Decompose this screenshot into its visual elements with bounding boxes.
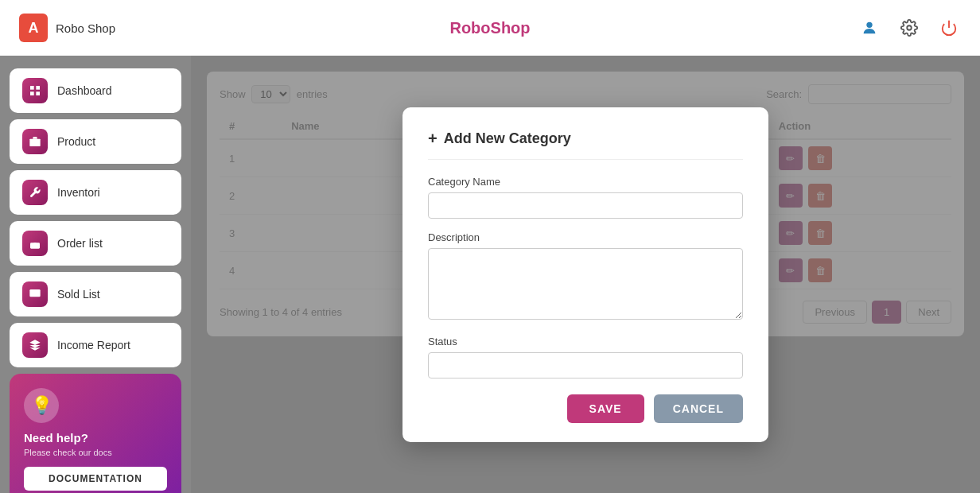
sidebar: Dashboard Product Inventori Order list S… (0, 56, 191, 493)
svg-rect-7 (29, 139, 40, 146)
sidebar-item-label: Order list (57, 237, 103, 250)
help-box: 💡 Need help? Please check our docs DOCUM… (10, 374, 181, 493)
power-icon[interactable] (937, 16, 961, 40)
sidebar-item-label: Dashboard (57, 84, 112, 97)
sidebar-item-inventory[interactable]: Inventori (10, 170, 181, 215)
sidebar-item-label: Product (57, 135, 95, 148)
svg-point-1 (907, 25, 912, 30)
header: A Robo Shop RoboShop (0, 0, 980, 56)
modal-title: + Add New Category (428, 130, 743, 160)
brand-title: RoboShop (449, 19, 530, 37)
description-group: Description (428, 231, 743, 323)
logo-icon: A (19, 14, 48, 42)
user-icon[interactable] (858, 16, 881, 40)
help-subtitle: Please check our docs (24, 448, 167, 457)
status-group: Status Active (428, 336, 743, 378)
category-name-label: Category Name (428, 176, 743, 188)
sidebar-item-dashboard[interactable]: Dashboard (10, 68, 181, 113)
cancel-button[interactable]: CANCEL (654, 394, 743, 423)
svg-rect-5 (30, 91, 34, 95)
sidebar-item-product[interactable]: Product (10, 119, 181, 164)
main-content: Show 10 entries Search: # Name Descripti… (191, 56, 980, 493)
category-name-input[interactable] (428, 192, 743, 219)
status-input[interactable]: Active (428, 352, 743, 378)
modal-actions: SAVE CANCEL (428, 394, 743, 423)
help-icon: 💡 (24, 388, 59, 423)
product-icon (22, 129, 48, 154)
modal-overlay: + Add New Category Category Name Descrip… (191, 56, 980, 493)
description-label: Description (428, 231, 743, 243)
status-label: Status (428, 336, 743, 347)
sidebar-item-label: Sold List (57, 288, 100, 301)
inventory-icon (22, 180, 48, 205)
gear-icon[interactable] (897, 16, 921, 40)
app-name: Robo Shop (56, 21, 115, 35)
dashboard-icon (22, 78, 48, 103)
documentation-button[interactable]: DOCUMENTATION (24, 467, 167, 491)
help-title: Need help? (24, 431, 167, 444)
modal-title-text: Add New Category (444, 130, 571, 147)
svg-rect-4 (36, 86, 40, 90)
category-name-group: Category Name (428, 176, 743, 219)
order-list-icon (22, 231, 48, 256)
sidebar-item-income-report[interactable]: Income Report (10, 323, 181, 367)
modal-title-plus: + (428, 130, 438, 148)
svg-point-0 (866, 22, 872, 28)
sidebar-item-order-list[interactable]: Order list (10, 221, 181, 266)
header-left: A Robo Shop (19, 14, 115, 42)
add-category-modal: + Add New Category Category Name Descrip… (402, 107, 768, 442)
save-button[interactable]: SAVE (567, 394, 644, 423)
sold-list-icon (22, 281, 48, 307)
description-textarea[interactable] (428, 248, 743, 320)
sidebar-item-sold-list[interactable]: Sold List (10, 272, 181, 316)
income-report-icon (22, 332, 48, 358)
layout: Dashboard Product Inventori Order list S… (0, 56, 980, 493)
header-right (858, 16, 961, 40)
sidebar-item-label: Income Report (57, 339, 130, 351)
svg-rect-3 (30, 86, 34, 90)
sidebar-item-label: Inventori (57, 186, 100, 199)
svg-rect-6 (36, 91, 40, 95)
svg-rect-9 (29, 289, 40, 297)
